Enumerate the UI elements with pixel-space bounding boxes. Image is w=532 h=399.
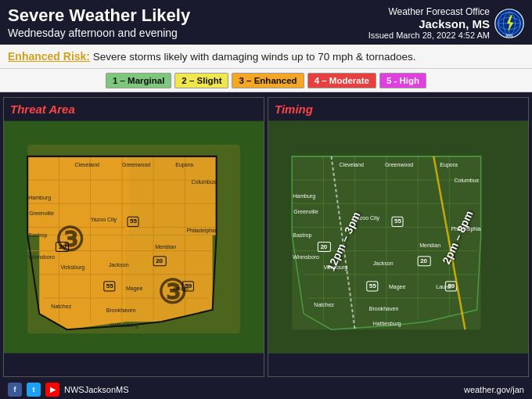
svg-text:Hattiesburg: Hattiesburg [373,321,401,327]
footer-social: f t ▶ NWSJacksonMS [8,383,129,397]
svg-text:Jackson: Jackson [109,262,129,268]
svg-rect-56 [268,121,528,354]
svg-text:55: 55 [130,217,137,225]
svg-text:NWS: NWS [506,34,513,38]
svg-text:Hamburg: Hamburg [28,195,51,201]
svg-rect-96 [367,282,378,291]
twitter-icon[interactable]: t [27,383,41,397]
nws-logo: NWS [494,9,524,38]
office-label: Weather Forecast Office [388,6,490,17]
risk-text: Enhanced Risk: Severe storms likely with… [8,51,416,63]
maps-area: Threat Area [0,92,532,380]
svg-text:Natchez: Natchez [314,302,334,307]
legend-high: 5 - High [379,73,426,88]
facebook-icon[interactable]: f [8,383,22,397]
header-subtitle: Wednesday afternoon and evening [8,27,190,39]
svg-text:Greenwood: Greenwood [122,162,150,167]
svg-marker-12 [130,156,217,235]
svg-text:Yazoo City: Yazoo City [91,217,117,223]
svg-rect-90 [392,217,403,226]
footer: f t ▶ NWSJacksonMS weather.gov/jan [0,380,532,399]
header-right-wrapper: Weather Forecast Office Jackson, MS Issu… [368,6,524,40]
svg-text:Brookhaven: Brookhaven [369,306,399,311]
svg-text:Vicksburg: Vicksburg [323,264,347,271]
svg-text:Brookhaven: Brookhaven [106,307,136,313]
legend-marginal: 1 – Marginal [106,73,171,88]
svg-text:20: 20 [156,257,163,264]
social-handle: NWSJacksonMS [64,385,129,394]
svg-rect-57 [268,121,528,354]
city-cleveland: Cleveland [75,162,99,167]
timing-area-svg: Cleveland Greenwood Eupora Columbus Hamb… [268,98,528,376]
threat-area-svg: Cleveland Greenwood Eupora Columbus Hamb… [4,98,264,376]
svg-text:Magee: Magee [389,284,406,290]
risk-bar: Enhanced Risk: Severe storms likely with… [0,45,532,69]
svg-text:55: 55 [106,282,113,289]
svg-rect-58 [292,156,480,329]
svg-rect-98 [445,282,456,291]
threat-map-panel: Threat Area [3,97,264,377]
timing-map-panel: Timing [268,97,529,377]
svg-text:Winnsboro: Winnsboro [28,254,55,260]
svg-text:2pm – 8pm: 2pm – 8pm [440,209,476,266]
svg-line-99 [331,156,354,329]
svg-text:20: 20 [320,243,327,250]
svg-text:Winnsboro: Winnsboro [293,254,319,260]
svg-text:Bastrop: Bastrop [293,233,311,239]
svg-text:Natchez: Natchez [51,304,71,309]
enhanced-label: Enhanced Risk: [8,50,90,63]
footer-website: weather.gov/jan [464,385,524,394]
legend: 1 – Marginal 2 – Slight 3 – Enhanced 4 –… [0,69,532,92]
svg-text:20: 20 [420,257,427,264]
svg-text:Jackson: Jackson [373,261,394,266]
svg-text:③: ③ [55,221,84,258]
svg-text:Yazoo City: Yazoo City [354,215,380,221]
svg-text:Greenville: Greenville [29,210,54,216]
svg-text:Meridian: Meridian [419,243,440,248]
svg-text:Eupora: Eupora [175,162,193,168]
svg-text:Eupora: Eupora [440,162,458,168]
legend-slight: 2 – Slight [174,73,228,88]
header-left: Severe Weather Likely Wednesday afternoo… [8,6,190,39]
svg-text:12pm – 3pm: 12pm – 3pm [325,210,363,273]
svg-marker-70 [292,156,480,329]
timing-label: Timing [275,102,313,116]
svg-text:Hattiesburg: Hattiesburg [110,322,138,329]
page-title: Severe Weather Likely [8,6,190,25]
svg-text:③: ③ [157,274,187,311]
svg-text:Columbus: Columbus [454,178,479,183]
issued-label: Issued March 28, 2022 4:52 AM [368,31,490,40]
svg-text:Greenville: Greenville [293,209,318,214]
svg-text:Bastrop: Bastrop [28,233,47,239]
location-label: Jackson, MS [419,17,490,31]
svg-text:55: 55 [369,282,376,289]
svg-rect-94 [418,257,430,266]
svg-text:Laurel: Laurel [436,284,451,289]
svg-line-100 [433,156,465,329]
legend-moderate: 4 – Moderate [307,73,376,88]
header-right: Weather Forecast Office Jackson, MS Issu… [368,6,490,40]
svg-text:Meridian: Meridian [155,244,176,250]
svg-rect-92 [318,243,330,252]
header: Severe Weather Likely Wednesday afternoo… [0,0,532,45]
svg-text:Magee: Magee [126,286,143,292]
svg-text:Philadelphia: Philadelphia [186,228,216,234]
youtube-icon[interactable]: ▶ [45,383,59,397]
svg-text:Philadelphia: Philadelphia [451,226,480,232]
svg-text:Hamburg: Hamburg [293,193,315,200]
svg-text:Cleveland: Cleveland [340,162,364,167]
svg-text:Vicksburg: Vicksburg [60,264,84,271]
svg-text:Columbus: Columbus [191,179,216,185]
svg-text:55: 55 [394,217,401,225]
risk-description: Severe storms likely with damaging winds… [90,51,415,63]
legend-enhanced: 3 – Enhanced [232,73,304,88]
threat-area-label: Threat Area [10,102,75,116]
svg-text:59: 59 [448,282,455,289]
main-container: Severe Weather Likely Wednesday afternoo… [0,0,532,399]
svg-text:Greenwood: Greenwood [385,162,413,167]
